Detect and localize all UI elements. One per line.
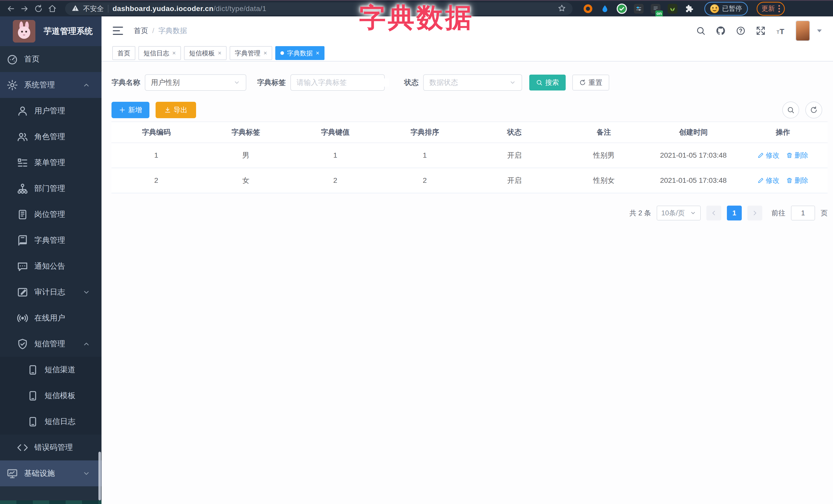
- col-header: 字典编码: [112, 122, 201, 143]
- sidebar-item-role-mgmt[interactable]: 角色管理: [0, 124, 101, 150]
- sidebar-item-notice[interactable]: 通知公告: [0, 253, 101, 279]
- address-bar[interactable]: 不安全 dashboard.yudao.iocoder.cn/dict/type…: [65, 2, 573, 15]
- tab-sms-log[interactable]: 短信日志×: [138, 46, 181, 60]
- sidebar-item-dept-mgmt[interactable]: 部门管理: [0, 175, 101, 201]
- sidebar-item-sms-channel[interactable]: 短信渠道: [0, 357, 101, 383]
- reset-button[interactable]: 重置: [572, 75, 609, 91]
- sidebar-item-sms-log[interactable]: 短信日志: [0, 409, 101, 434]
- page-content: 字典名称 用户性别 字典标签 状态 数据状态: [101, 62, 833, 504]
- avatar[interactable]: [795, 21, 810, 41]
- sidebar-item-menu-mgmt[interactable]: 菜单管理: [0, 150, 101, 175]
- close-icon[interactable]: ×: [316, 49, 319, 57]
- close-icon[interactable]: ×: [218, 49, 221, 57]
- chevron-down-icon: [82, 470, 90, 477]
- monitor-chart-icon: [7, 468, 18, 479]
- goto-page-input[interactable]: [791, 206, 815, 220]
- page-number-current[interactable]: 1: [727, 206, 742, 220]
- sidebar-item-dict-mgmt[interactable]: 字典管理: [0, 227, 101, 253]
- sidebar-logo-row[interactable]: 芋道管理系统: [0, 17, 101, 46]
- user-icon: [17, 105, 28, 117]
- toggle-search-button[interactable]: [782, 101, 799, 118]
- sidebar-menu: 首页 系统管理 用户管理 角色管理 菜单管理: [0, 46, 101, 486]
- tab-sms-template[interactable]: 短信模板×: [184, 46, 227, 60]
- back-icon[interactable]: [6, 4, 16, 14]
- sidebar-item-infrastructure[interactable]: 基础设施: [0, 460, 101, 486]
- edit-link[interactable]: 修改: [757, 151, 780, 160]
- help-icon[interactable]: [736, 26, 746, 36]
- code-icon: [17, 442, 28, 453]
- table-row[interactable]: 1 男 1 1 开启 性别男 2021-01-05 17:03:48 修改 删除: [112, 143, 828, 168]
- forward-icon[interactable]: [20, 4, 30, 14]
- sidebar-scrollbar[interactable]: [98, 452, 101, 500]
- extension-on-icon[interactable]: on: [650, 4, 661, 14]
- sidebar-item-home[interactable]: 首页: [0, 46, 101, 72]
- plus-icon: [119, 106, 125, 113]
- sidebar-item-sms-template[interactable]: 短信模板: [0, 383, 101, 409]
- prev-page-button[interactable]: [706, 206, 721, 220]
- extension-sliders-icon[interactable]: [634, 4, 644, 14]
- edit-link[interactable]: 修改: [757, 176, 780, 185]
- user-menu-caret-icon[interactable]: [817, 29, 822, 32]
- sidebar-bottom-strip: [0, 500, 101, 504]
- status-select[interactable]: 数据状态: [423, 74, 522, 91]
- tab-home[interactable]: 首页: [112, 46, 135, 60]
- extension-leaf-icon[interactable]: [667, 4, 678, 14]
- profile-paused-pill[interactable]: 已暂停: [704, 2, 748, 16]
- extensions-puzzle-icon[interactable]: [684, 4, 695, 14]
- search-icon[interactable]: [696, 26, 706, 36]
- search-icon: [787, 106, 794, 114]
- breadcrumb-home[interactable]: 首页: [134, 26, 148, 35]
- table-row[interactable]: 2 女 2 2 开启 性别女 2021-01-05 17:03:48 修改 删除: [112, 168, 828, 193]
- tab-dict-data[interactable]: 字典数据×: [275, 46, 325, 60]
- sidebar-item-system-mgmt[interactable]: 系统管理: [0, 72, 101, 98]
- sidebar-item-post-mgmt[interactable]: 岗位管理: [0, 201, 101, 227]
- dict-name-select[interactable]: 用户性别: [145, 74, 246, 91]
- trash-icon: [786, 177, 793, 184]
- font-size-icon[interactable]: TT: [776, 26, 786, 36]
- sidebar-item-errcode-mgmt[interactable]: 错误码管理: [0, 434, 101, 460]
- sidebar-collapse-icon[interactable]: [113, 27, 123, 35]
- users-icon: [17, 131, 28, 143]
- browser-menu-icon[interactable]: [779, 5, 780, 12]
- sidebar-item-user-mgmt[interactable]: 用户管理: [0, 98, 101, 124]
- table-mini-actions: [782, 101, 822, 118]
- browser-update-button[interactable]: 更新: [757, 2, 785, 16]
- cell-status: 开启: [470, 168, 559, 193]
- github-icon[interactable]: [716, 26, 726, 36]
- chevron-right-icon: [752, 210, 758, 216]
- page-size-select[interactable]: 10条/页: [657, 206, 701, 220]
- close-icon[interactable]: ×: [172, 49, 176, 57]
- add-button[interactable]: 新增: [112, 102, 149, 118]
- dict-label-input[interactable]: [296, 78, 389, 87]
- security-label[interactable]: 不安全: [83, 4, 104, 13]
- bookmark-star-icon[interactable]: [558, 4, 566, 13]
- url-text[interactable]: dashboard.yudao.iocoder.cn/dict/type/dat…: [113, 5, 266, 13]
- extension-orange-icon[interactable]: [583, 4, 593, 14]
- cell-remark: 性别女: [559, 168, 648, 193]
- search-button[interactable]: 搜索: [529, 75, 566, 91]
- home-icon[interactable]: [47, 4, 57, 14]
- delete-link[interactable]: 删除: [786, 176, 808, 185]
- extension-drop-icon[interactable]: [600, 4, 610, 14]
- export-button[interactable]: 导出: [156, 102, 196, 118]
- sidebar-item-sms-mgmt[interactable]: 短信管理: [0, 331, 101, 357]
- delete-link[interactable]: 删除: [786, 151, 808, 160]
- header-actions: TT: [696, 21, 822, 41]
- fullscreen-icon[interactable]: [756, 26, 766, 36]
- col-header: 创建时间: [649, 122, 738, 143]
- chevron-down-icon: [82, 288, 90, 296]
- dict-name-label: 字典名称: [112, 78, 140, 88]
- dashboard-icon: [7, 54, 18, 65]
- tab-dict-mgmt[interactable]: 字典管理×: [230, 46, 272, 60]
- chevron-up-icon: [82, 340, 90, 348]
- sidebar-item-online-users[interactable]: 在线用户: [0, 305, 101, 331]
- goto-label: 前往: [771, 209, 785, 218]
- extension-check-icon[interactable]: [617, 4, 627, 14]
- status-label: 状态: [404, 78, 419, 88]
- reload-icon[interactable]: [33, 4, 44, 14]
- next-page-button[interactable]: [747, 206, 762, 220]
- refresh-table-button[interactable]: [805, 101, 822, 118]
- close-icon[interactable]: ×: [263, 49, 267, 57]
- sidebar-item-audit-log[interactable]: 审计日志: [0, 279, 101, 305]
- cell-created: 2021-01-05 17:03:48: [649, 168, 738, 193]
